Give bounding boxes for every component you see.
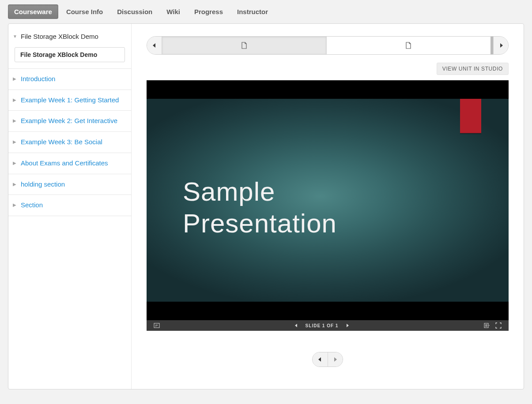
slide-ribbon: [460, 99, 481, 133]
section-header[interactable]: ▶Introduction: [8, 69, 131, 90]
view-in-studio-button[interactable]: VIEW UNIT IN STUDIO: [437, 63, 509, 75]
svg-marker-1: [500, 43, 503, 48]
slide-prev-button[interactable]: [294, 323, 298, 328]
triangle-left-icon: [317, 357, 323, 362]
sequence-next-button[interactable]: [493, 37, 508, 54]
section-label: Introduction: [21, 75, 125, 83]
unit-prev-button[interactable]: [313, 352, 328, 367]
svg-marker-0: [153, 43, 155, 48]
slide-title-line1: Sample: [183, 177, 275, 206]
course-tabs: CoursewareCourse InfoDiscussionWikiProgr…: [0, 0, 532, 23]
slide-next-button[interactable]: [345, 323, 350, 328]
section-label: About Exams and Certificates: [21, 159, 125, 168]
section-label: holding section: [21, 180, 125, 189]
tab-courseware[interactable]: Courseware: [8, 4, 58, 19]
section-header[interactable]: ▶Example Week 2: Get Interactive: [8, 111, 131, 131]
sequence-tabs: [162, 37, 490, 54]
tab-discussion[interactable]: Discussion: [111, 4, 158, 19]
section-label: Example Week 1: Getting Started: [21, 96, 125, 105]
svg-marker-10: [489, 325, 490, 326]
sequence-nav: [147, 36, 509, 55]
triangle-left-icon: [152, 43, 157, 48]
section-header[interactable]: ▶Example Week 1: Getting Started: [8, 90, 131, 111]
triangle-right-icon: [498, 43, 504, 48]
section-header[interactable]: ▶Example Week 3: Be Social: [8, 132, 131, 153]
unit-toolbar: VIEW UNIT IN STUDIO: [147, 63, 509, 75]
chevron-right-icon: ▶: [13, 202, 17, 208]
slide-menu-icon[interactable]: [484, 322, 490, 329]
tab-instructor[interactable]: Instructor: [231, 4, 274, 19]
chevron-right-icon: ▶: [13, 118, 17, 124]
sequence-tab[interactable]: [162, 37, 327, 54]
subsection-item[interactable]: File Storage XBlock Demo: [15, 47, 125, 62]
content-wrap: ▼File Storage XBlock DemoFile Storage XB…: [8, 23, 524, 389]
slide-canvas: Sample Presentation: [147, 99, 509, 302]
section-label: Example Week 2: Get Interactive: [21, 117, 125, 125]
slide-control-bar: P SLIDE 1 OF 1: [147, 320, 509, 331]
svg-marker-4: [295, 324, 297, 327]
triangle-right-icon: [332, 357, 338, 362]
sequence-prev-button[interactable]: [147, 37, 162, 54]
svg-marker-12: [334, 357, 337, 362]
chevron-right-icon: ▶: [13, 76, 17, 82]
slide-title-line2: Presentation: [183, 209, 337, 238]
slide-title: Sample Presentation: [183, 176, 482, 239]
section-header[interactable]: ▶About Exams and Certificates: [8, 153, 131, 174]
chevron-right-icon: ▶: [13, 97, 17, 103]
section-header[interactable]: ▶holding section: [8, 174, 131, 195]
presentation-embed: Sample Presentation P SLIDE 1 OF 1: [147, 80, 509, 331]
sequence-tab[interactable]: [327, 37, 491, 54]
tab-wiki[interactable]: Wiki: [160, 4, 186, 19]
section-label: Section: [21, 201, 125, 209]
chevron-right-icon: ▶: [13, 161, 17, 166]
section-header[interactable]: ▼File Storage XBlock Demo: [8, 26, 131, 47]
chevron-right-icon: ▶: [13, 139, 17, 145]
section-label: File Storage XBlock Demo: [21, 33, 125, 41]
svg-marker-11: [318, 357, 321, 362]
unit-next-button[interactable]: [328, 352, 343, 367]
slide-blackbar-top: [147, 80, 509, 99]
unit-bottom-nav: [312, 352, 343, 367]
slide-counter-label: SLIDE 1 OF 1: [306, 323, 339, 328]
chevron-right-icon: ▶: [13, 182, 17, 187]
main-content: VIEW UNIT IN STUDIO Sample Presentation …: [132, 24, 524, 389]
chevron-down-icon: ▼: [13, 34, 17, 40]
tab-course-info[interactable]: Course Info: [60, 4, 109, 19]
course-sidebar: ▼File Storage XBlock DemoFile Storage XB…: [8, 24, 132, 389]
document-icon: [405, 42, 411, 49]
section-header[interactable]: ▶Section: [8, 195, 131, 216]
svg-text:P: P: [155, 324, 158, 328]
powerpoint-logo-icon: P: [154, 322, 160, 329]
tab-progress[interactable]: Progress: [188, 4, 229, 19]
fullscreen-icon[interactable]: [495, 322, 502, 329]
section-label: Example Week 3: Be Social: [21, 138, 125, 146]
svg-marker-5: [347, 324, 349, 327]
slide-blackbar-bottom: [147, 302, 509, 320]
document-icon: [241, 42, 247, 49]
